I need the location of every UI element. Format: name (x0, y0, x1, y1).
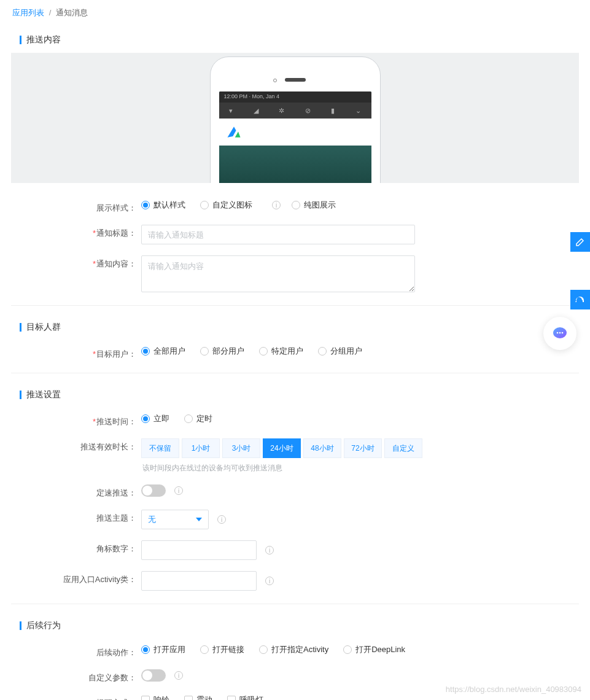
seg-72h[interactable]: 72小时 (344, 438, 382, 458)
seg-no-retain[interactable]: 不保留 (141, 438, 179, 458)
float-support-button[interactable] (570, 290, 590, 309)
phone-icon-bar: ▾ ◢ ✲ ⊘ ▮ ⌄ (219, 103, 371, 119)
radio-open-app[interactable]: 打开应用 (141, 644, 185, 655)
radio-open-activity[interactable]: 打开指定Activity (259, 644, 328, 655)
wifi-icon: ▾ (229, 107, 233, 115)
radio-display-custom-icon[interactable]: 自定义图标 (200, 200, 252, 211)
radio-label: 纯图展示 (304, 200, 336, 211)
label-notification-content: *通知内容： (11, 255, 141, 270)
phone-status-bar: 12:00 PM · Mon, Jan 4 (219, 91, 371, 103)
select-value: 无 (148, 514, 156, 525)
phone-preview-panel: 12:00 PM · Mon, Jan 4 ▾ ◢ ✲ ⊘ ▮ ⌄ (11, 53, 579, 183)
seg-1h[interactable]: 1小时 (182, 438, 220, 458)
radio-open-link[interactable]: 打开链接 (200, 644, 244, 655)
label-followup-action: 后续动作： (11, 644, 141, 658)
phone-screen: 12:00 PM · Mon, Jan 4 ▾ ◢ ✲ ⊘ ▮ ⌄ (219, 91, 371, 183)
radio-target-group[interactable]: 分组用户 (318, 346, 362, 357)
checkbox-vibrate[interactable]: 震动 (184, 694, 212, 700)
app-logo-icon (225, 123, 243, 141)
input-notification-title[interactable] (141, 225, 415, 244)
divider (11, 373, 579, 373)
section-title-push-content: 推送内容 (11, 26, 579, 53)
radio-label: 打开指定Activity (271, 644, 328, 655)
switch-custom-params[interactable] (141, 669, 166, 682)
input-activity-class[interactable] (141, 571, 257, 591)
radio-display-default[interactable]: 默认样式 (141, 200, 185, 211)
breadcrumb-link-app-list[interactable]: 应用列表 (12, 8, 44, 17)
radio-target-all[interactable]: 全部用户 (141, 346, 185, 357)
divider (11, 604, 579, 604)
seg-custom[interactable]: 自定义 (384, 438, 422, 458)
info-icon[interactable]: i (174, 486, 183, 495)
flashlight-icon: ▮ (331, 107, 335, 115)
label-push-theme: 推送主题： (11, 510, 141, 524)
bluetooth-icon: ✲ (279, 107, 284, 115)
label-activity-class: 应用入口Activity类： (11, 571, 141, 585)
select-push-theme[interactable]: 无 (141, 510, 209, 529)
seg-3h[interactable]: 3小时 (222, 438, 260, 458)
info-icon[interactable]: i (217, 515, 226, 524)
label-target-user: *目标用户： (11, 346, 141, 360)
headset-icon (575, 294, 586, 305)
label-custom-params: 自定义参数： (11, 669, 141, 683)
section-title-followup: 后续行为 (11, 612, 579, 639)
dnd-icon: ⊘ (305, 107, 311, 115)
radio-label: 打开应用 (153, 644, 185, 655)
checkbox-led[interactable]: 呼吸灯 (227, 694, 263, 700)
phone-speaker (285, 78, 306, 82)
radio-target-partial[interactable]: 部分用户 (200, 346, 244, 357)
radio-label: 分组用户 (330, 346, 362, 357)
label-display-style: 展示样式： (11, 200, 141, 214)
switch-rate-push[interactable] (141, 484, 166, 497)
float-edit-button[interactable] (570, 232, 590, 252)
radio-push-scheduled[interactable]: 定时 (184, 413, 212, 424)
radio-label: 默认样式 (153, 200, 185, 211)
svg-point-3 (562, 332, 564, 334)
svg-point-1 (557, 332, 559, 334)
info-icon[interactable]: i (265, 577, 274, 585)
radio-label: 自定义图标 (212, 200, 252, 211)
label-badge-number: 角标数字： (11, 540, 141, 554)
label-alert-mode: 提醒方式： (11, 694, 141, 700)
edit-icon (575, 237, 585, 247)
radio-label: 特定用户 (271, 346, 303, 357)
label-push-time: *推送时间： (11, 413, 141, 427)
chat-icon (552, 325, 568, 341)
checkbox-label: 震动 (196, 694, 212, 700)
divider (11, 305, 579, 306)
label-valid-duration: 推送有效时长： (11, 438, 141, 453)
segment-valid-duration: 不保留 1小时 3小时 24小时 48小时 72小时 自定义 (141, 438, 425, 458)
section-title-push-setting: 推送设置 (11, 381, 579, 408)
input-badge-number[interactable] (141, 540, 257, 560)
radio-label: 打开DeepLink (355, 644, 405, 655)
radio-open-deeplink[interactable]: 打开DeepLink (343, 644, 405, 655)
breadcrumb-current: 通知消息 (56, 8, 88, 17)
seg-24h[interactable]: 24小时 (263, 438, 301, 458)
info-icon[interactable]: i (174, 671, 183, 680)
phone-camera (273, 79, 277, 82)
radio-target-specific[interactable]: 特定用户 (259, 346, 303, 357)
info-icon[interactable]: i (265, 546, 274, 554)
svg-point-2 (559, 332, 561, 334)
hint-valid-duration: 该时间段内在线过的设备均可收到推送消息 (142, 463, 425, 473)
checkbox-ring[interactable]: 响铃 (141, 694, 169, 700)
radio-label: 部分用户 (212, 346, 244, 357)
checkbox-label: 响铃 (153, 694, 169, 700)
phone-mockup: 12:00 PM · Mon, Jan 4 ▾ ◢ ✲ ⊘ ▮ ⌄ (210, 56, 381, 183)
breadcrumb-separator: / (49, 8, 52, 17)
textarea-notification-content[interactable] (141, 255, 415, 292)
notification-preview (219, 119, 371, 146)
radio-display-image-only[interactable]: 纯图展示 (292, 200, 336, 211)
radio-label: 打开链接 (212, 644, 244, 655)
chevron-down-icon (196, 518, 202, 521)
breadcrumb: 应用列表 / 通知消息 (0, 0, 590, 26)
label-notification-title: *通知标题： (11, 225, 141, 239)
seg-48h[interactable]: 48小时 (303, 438, 341, 458)
info-icon[interactable]: i (272, 201, 281, 209)
chat-fab[interactable] (543, 317, 576, 350)
checkbox-label: 呼吸灯 (239, 694, 263, 700)
radio-push-now[interactable]: 立即 (141, 413, 169, 424)
chevron-down-icon: ⌄ (355, 107, 361, 115)
radio-label: 立即 (153, 413, 169, 424)
radio-label: 全部用户 (153, 346, 185, 357)
